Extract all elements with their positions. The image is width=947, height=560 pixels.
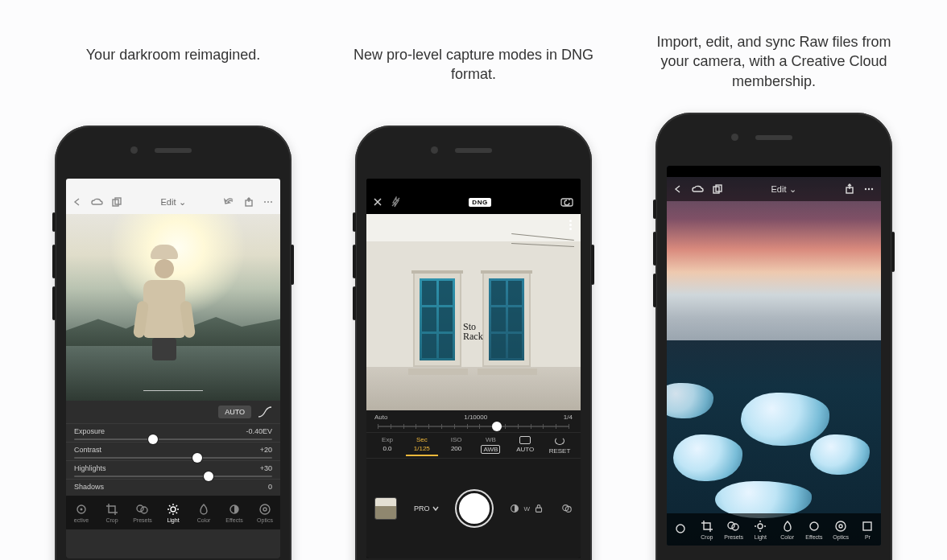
tab-optics[interactable]: Optics	[251, 503, 279, 523]
reset-icon	[554, 436, 565, 446]
svg-point-42	[810, 522, 818, 530]
viewfinder-more-icon[interactable]	[564, 219, 576, 230]
undo-icon[interactable]	[224, 197, 235, 207]
edit-tabbar: Crop Presets Light Color Effects Optics …	[667, 513, 881, 546]
svg-point-34	[676, 525, 684, 533]
shutter-info-auto: Auto	[374, 414, 387, 421]
svg-point-44	[839, 525, 842, 528]
shutter-speed-slider[interactable]	[378, 426, 569, 427]
contrast-slider[interactable]	[74, 457, 272, 459]
tab-presets[interactable]: Presets	[721, 520, 747, 540]
edit-photo-preview[interactable]	[66, 214, 280, 401]
tab-presets[interactable]: Presets	[129, 503, 156, 523]
edit-mode-button[interactable]: Edit ⌄	[771, 184, 796, 195]
shadows-label: Shadows	[74, 483, 104, 491]
tab-effects[interactable]: Effects	[221, 503, 248, 523]
more-icon[interactable]	[863, 184, 875, 194]
highlights-slider[interactable]	[74, 476, 272, 477]
svg-point-8	[137, 505, 143, 512]
exposure-slider-row: Exposure-0.40EV	[66, 423, 280, 442]
phone-frame-1: Edit ⌄ AUTO	[55, 126, 292, 560]
wb-lock-button[interactable]: W	[509, 503, 544, 514]
svg-line-16	[176, 512, 178, 513]
tab-more[interactable]: Pr	[854, 520, 881, 540]
svg-point-35	[728, 522, 734, 529]
exposure-value: -0.40EV	[246, 427, 272, 435]
tab-selective[interactable]: ective	[68, 503, 95, 523]
svg-point-37	[758, 524, 763, 529]
more-icon[interactable]	[263, 197, 274, 207]
focus-bracket-icon	[519, 436, 531, 444]
caption-2: New pro-level capture modes in DNG forma…	[341, 45, 606, 117]
caption-1: Your darkroom reimagined.	[78, 45, 268, 117]
tab-crop[interactable]: Crop	[98, 503, 126, 523]
setting-sec[interactable]: Sec1/125	[406, 436, 438, 456]
svg-line-15	[169, 505, 171, 507]
svg-point-20	[260, 504, 270, 514]
tab-effects[interactable]: Effects	[800, 520, 827, 540]
shadows-slider-row: Shadows0	[66, 479, 280, 496]
camera-viewfinder[interactable]: StoRack	[366, 214, 581, 410]
tab-color[interactable]: Color	[774, 520, 800, 540]
shadows-value: 0	[268, 483, 272, 491]
share-icon[interactable]	[243, 197, 254, 207]
svg-rect-25	[536, 508, 541, 512]
tab-crop[interactable]: Crop	[693, 520, 720, 540]
tab-color[interactable]: Color	[190, 503, 217, 523]
filters-icon[interactable]	[561, 503, 573, 514]
copy-icon[interactable]	[111, 197, 122, 207]
flash-icon[interactable]	[391, 196, 400, 208]
svg-point-3	[264, 201, 266, 203]
svg-line-17	[169, 512, 171, 513]
tab-optics[interactable]: Optics	[828, 520, 854, 540]
svg-point-31	[865, 188, 866, 190]
svg-point-43	[836, 521, 846, 531]
contrast-value: +20	[260, 446, 272, 454]
setting-exp[interactable]: Exp0.0	[371, 436, 403, 455]
exposure-slider[interactable]	[74, 439, 272, 440]
shutter-info-speed: 1/10000	[464, 414, 487, 421]
copy-icon[interactable]	[712, 184, 723, 194]
cloud-icon[interactable]	[90, 197, 103, 207]
dng-badge: DNG	[469, 198, 490, 207]
setting-focus[interactable]: AUTO	[509, 436, 541, 455]
tab-light[interactable]: Light	[159, 503, 187, 523]
close-icon[interactable]	[373, 197, 383, 207]
caption-3: Import, edit, and sync Raw files from yo…	[641, 32, 907, 105]
last-photo-thumbnail[interactable]	[374, 497, 397, 520]
photo-full-preview[interactable]	[667, 166, 881, 546]
svg-line-18	[176, 505, 178, 507]
capture-mode-selector[interactable]: PRO	[414, 504, 440, 513]
setting-iso[interactable]: ISO200	[440, 436, 473, 455]
tone-curve-icon[interactable]	[258, 406, 272, 418]
svg-point-4	[267, 201, 269, 203]
highlights-slider-row: Highlights+30	[66, 460, 280, 479]
phone-frame-3: Edit ⌄ Crop Presets Light Color Effects …	[655, 113, 892, 560]
highlights-label: Highlights	[74, 464, 106, 472]
switch-camera-icon[interactable]	[560, 196, 574, 208]
back-icon[interactable]	[673, 184, 683, 194]
setting-reset[interactable]: RESET	[544, 436, 576, 455]
edit-mode-button[interactable]: Edit ⌄	[161, 197, 186, 208]
share-icon[interactable]	[844, 183, 855, 195]
contrast-slider-row: Contrast+20	[66, 442, 280, 460]
svg-point-33	[871, 188, 873, 190]
shutter-button[interactable]	[457, 491, 492, 526]
svg-point-5	[271, 201, 272, 203]
contrast-label: Contrast	[74, 446, 101, 454]
svg-point-7	[81, 508, 83, 510]
auto-button[interactable]: AUTO	[218, 406, 251, 418]
tab-selective[interactable]	[667, 522, 693, 537]
phone-frame-2: DNG StoRack Auto 1/10000	[355, 126, 592, 560]
svg-point-9	[141, 507, 147, 513]
cloud-icon[interactable]	[691, 184, 704, 194]
tab-light[interactable]: Light	[747, 520, 774, 540]
svg-point-32	[868, 188, 870, 190]
svg-point-36	[732, 524, 738, 530]
setting-wb[interactable]: WBAWB	[474, 436, 507, 455]
svg-point-21	[263, 508, 267, 511]
exposure-label: Exposure	[74, 427, 105, 435]
highlights-value: +30	[260, 464, 272, 472]
shutter-info-max: 1/4	[564, 414, 573, 421]
back-icon[interactable]	[72, 197, 82, 207]
